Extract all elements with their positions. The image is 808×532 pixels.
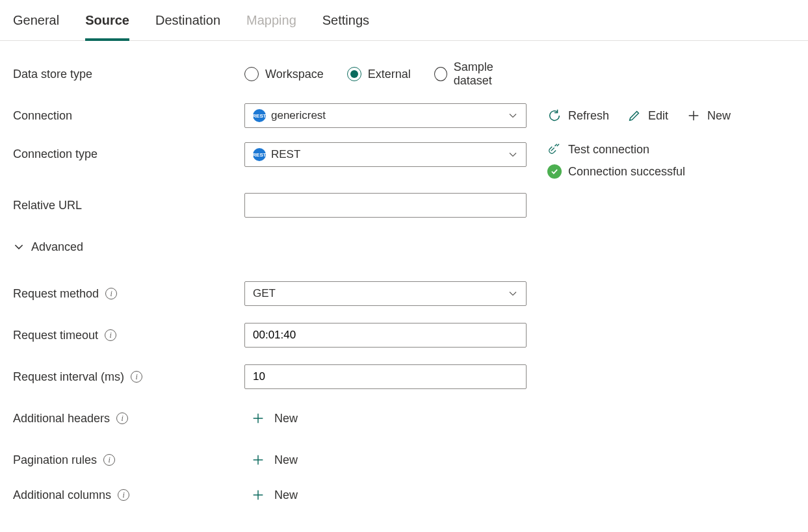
label-request-interval: Request interval (ms) [13,370,124,384]
connection-type-value: REST [271,148,300,161]
rest-icon: REST [253,109,266,122]
info-icon[interactable]: i [131,371,142,383]
plus-icon [251,411,265,425]
label-connection-type: Connection type [13,142,244,161]
label-pagination-rules: Pagination rules [13,453,97,467]
label-additional-headers: Additional headers [13,412,110,425]
chevron-down-icon [508,288,518,299]
add-header-button[interactable]: New [251,411,298,425]
info-icon[interactable]: i [105,329,116,341]
rest-icon: REST [253,148,266,161]
connection-status: Connection successful [547,164,685,179]
connection-select[interactable]: REST genericrest [244,103,527,128]
label-request-method: Request method [13,287,99,301]
tab-settings[interactable]: Settings [322,8,369,40]
radio-workspace[interactable]: Workspace [244,67,324,81]
label-request-timeout: Request timeout [13,329,98,342]
tab-bar: General Source Destination Mapping Setti… [0,0,808,41]
new-connection-button[interactable]: New [686,108,731,123]
data-store-type-radio-group: Workspace External Sample dataset [244,60,527,88]
new-label: New [274,412,298,425]
label-connection: Connection [13,109,244,123]
new-label: New [274,453,298,467]
radio-icon [244,67,259,81]
advanced-toggle[interactable]: Advanced [13,240,83,254]
test-connection-button[interactable]: Test connection [547,142,685,157]
refresh-button[interactable]: Refresh [547,108,609,123]
label-data-store-type: Data store type [13,68,244,81]
radio-icon [434,67,447,81]
plus-icon [251,488,265,502]
edit-label: Edit [648,109,668,123]
advanced-label: Advanced [31,240,83,254]
connection-value: genericrest [271,109,326,122]
plus-icon [251,453,265,467]
edit-button[interactable]: Edit [627,108,668,123]
new-label: New [274,488,298,502]
edit-icon [627,108,642,123]
connection-status-text: Connection successful [568,165,685,179]
plug-icon [547,142,562,157]
radio-label: Sample dataset [454,60,527,88]
label-additional-columns: Additional columns [13,488,111,502]
radio-sample-dataset[interactable]: Sample dataset [434,60,527,88]
info-icon[interactable]: i [118,489,129,501]
check-circle-icon [547,164,562,179]
chevron-down-icon [508,110,518,121]
test-connection-label: Test connection [568,143,649,157]
info-icon[interactable]: i [116,412,128,424]
tab-general[interactable]: General [13,8,59,40]
request-method-select[interactable]: GET [244,281,527,306]
info-icon[interactable]: i [103,454,115,466]
add-pagination-rule-button[interactable]: New [251,453,298,467]
radio-label: External [368,68,411,81]
radio-external[interactable]: External [347,67,411,81]
connection-type-select[interactable]: REST REST [244,142,527,167]
tab-source[interactable]: Source [85,8,129,41]
tab-mapping[interactable]: Mapping [246,8,296,40]
info-icon[interactable]: i [105,288,117,299]
label-relative-url: Relative URL [13,199,244,212]
plus-icon [686,108,701,123]
request-interval-input[interactable] [244,364,527,389]
refresh-icon [547,108,562,123]
chevron-down-icon [508,149,518,160]
radio-label: Workspace [265,68,324,81]
new-label: New [707,109,731,123]
refresh-label: Refresh [568,109,609,123]
request-timeout-input[interactable] [244,323,527,348]
radio-icon [347,67,361,81]
add-column-button[interactable]: New [251,488,298,502]
chevron-down-icon [13,241,25,253]
relative-url-input[interactable] [244,193,527,218]
tab-destination[interactable]: Destination [155,8,220,40]
request-method-value: GET [253,287,276,300]
